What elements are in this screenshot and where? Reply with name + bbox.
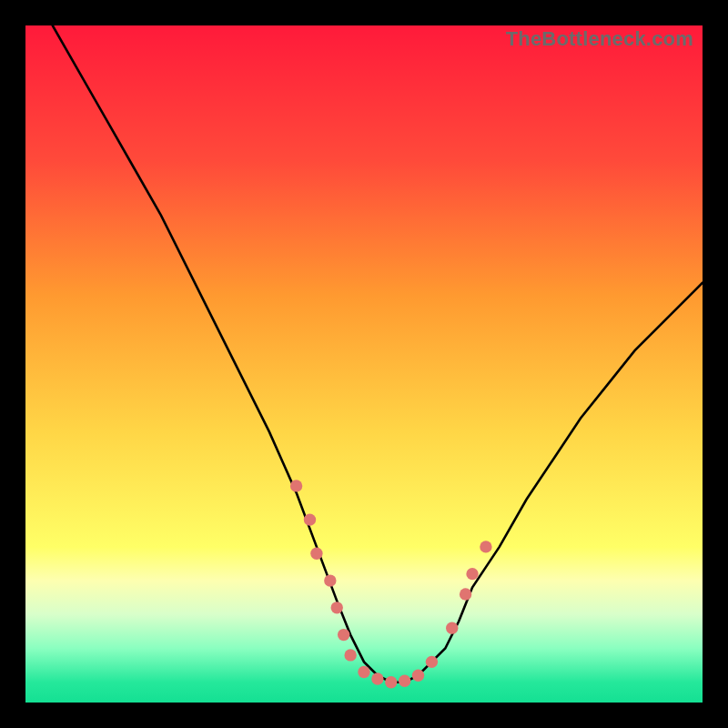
bottleneck-curve: [53, 25, 703, 682]
curve-marker: [426, 656, 438, 668]
curve-markers: [290, 480, 492, 688]
curve-marker: [338, 629, 349, 641]
curve-marker: [358, 666, 369, 678]
curve-marker: [310, 548, 322, 560]
chart-frame: TheBottleneck.com: [0, 0, 728, 728]
watermark-text: TheBottleneck.com: [506, 27, 693, 51]
curve-marker: [331, 602, 343, 613]
curve-marker: [480, 541, 491, 552]
curve-marker: [385, 676, 397, 688]
curve-marker: [371, 672, 383, 684]
curve-marker: [290, 480, 302, 491]
curve-marker: [399, 674, 410, 686]
curve-marker: [446, 622, 458, 633]
curve-marker: [466, 568, 478, 580]
curve-marker: [304, 513, 316, 525]
curve-marker: [412, 670, 424, 682]
curve-marker: [460, 588, 471, 600]
curve-marker: [344, 649, 356, 661]
plot-area: TheBottleneck.com: [25, 25, 703, 703]
curve-layer: [25, 25, 703, 703]
curve-marker: [324, 574, 336, 586]
